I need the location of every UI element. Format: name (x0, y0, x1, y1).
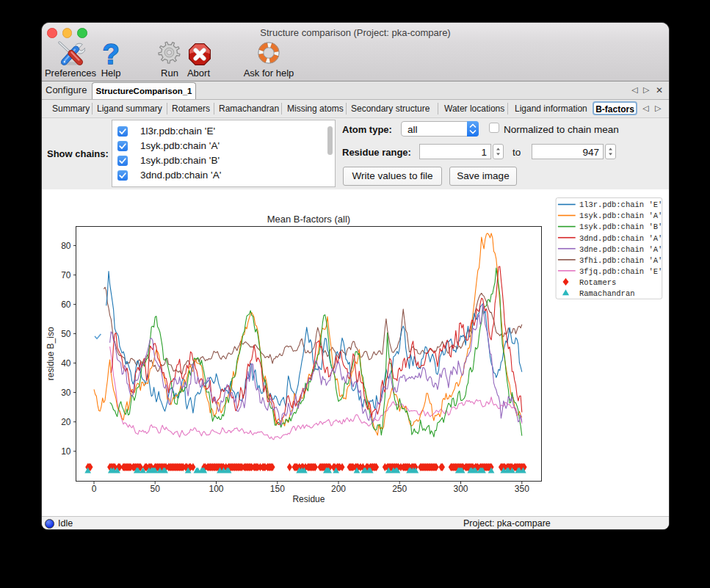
svg-text:250: 250 (392, 484, 407, 494)
svg-text:Mean B-factors (all): Mean B-factors (all) (267, 214, 350, 225)
svg-text:1syk.pdb:chain 'B': 1syk.pdb:chain 'B' (579, 222, 662, 231)
svg-text:?: ? (102, 41, 119, 67)
svg-text:20: 20 (61, 417, 71, 427)
svg-text:300: 300 (453, 484, 468, 494)
svg-text:3dnd.pdb:chain 'A': 3dnd.pdb:chain 'A' (579, 234, 662, 243)
svg-text:70: 70 (61, 270, 71, 280)
svg-text:Rotamers: Rotamers (579, 278, 616, 287)
svg-text:50: 50 (61, 329, 71, 339)
svg-text:50: 50 (151, 484, 161, 494)
svg-text:80: 80 (61, 241, 71, 251)
svg-text:1l3r.pdb:chain 'E': 1l3r.pdb:chain 'E' (579, 200, 662, 209)
svg-text:3fhi.pdb:chain 'A': 3fhi.pdb:chain 'A' (579, 256, 662, 265)
svg-text:150: 150 (270, 484, 285, 494)
svg-text:10: 10 (61, 446, 71, 457)
svg-text:1syk.pdb:chain 'A': 1syk.pdb:chain 'A' (579, 211, 662, 220)
svg-text:0: 0 (92, 484, 97, 494)
svg-text:100: 100 (209, 484, 223, 494)
svg-text:residue B_iso: residue B_iso (46, 327, 56, 380)
svg-text:350: 350 (515, 484, 529, 494)
svg-text:60: 60 (61, 300, 71, 310)
svg-text:3fjq.pdb:chain 'E': 3fjq.pdb:chain 'E' (579, 267, 662, 276)
svg-text:40: 40 (61, 358, 71, 369)
svg-text:30: 30 (61, 388, 71, 398)
svg-text:200: 200 (331, 484, 346, 494)
svg-text:Ramachandran: Ramachandran (579, 289, 635, 298)
svg-text:Residue: Residue (292, 494, 325, 504)
svg-text:3dne.pdb:chain 'A': 3dne.pdb:chain 'A' (579, 245, 662, 254)
